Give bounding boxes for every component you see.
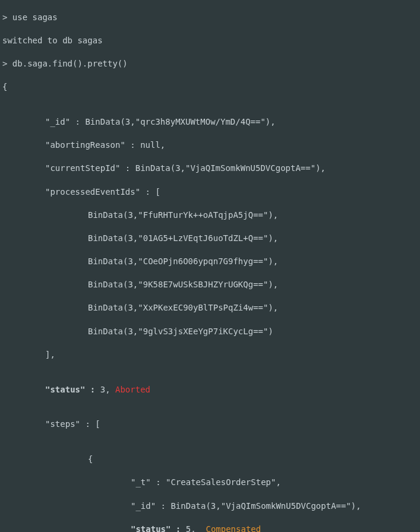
step-open: { (2, 454, 418, 466)
processed-close: ], (2, 349, 418, 361)
event-id: BinData(3,"9glvS3jsXEeYgP7iKCycLg==") (2, 326, 418, 338)
msg-switched: switched to db sagas (2, 35, 418, 47)
field-status: "status" : 3, Aborted (2, 384, 418, 396)
field-processed-open: "processedEventIds" : [ (2, 186, 418, 198)
open-brace: { (2, 81, 418, 93)
status-sep: , (105, 385, 115, 394)
event-id: BinData(3,"01AG5+LzVEqtJ6uoTdZL+Q=="), (2, 233, 418, 245)
status-annotation-compensated: Compensated (206, 524, 261, 532)
status-key: "status" : (131, 524, 186, 532)
field-aborting-reason: "abortingReason" : null, (2, 140, 418, 151)
event-id: BinData(3,"FfuRHTurYk++oATqjpA5jQ=="), (2, 210, 418, 221)
status-value: 3 (100, 385, 105, 394)
steps-open: "steps" : [ (2, 419, 418, 430)
field-current-step-id: "currentStepId" : BinData(3,"VjaQImSomkW… (2, 163, 418, 175)
event-id: BinData(3,"XxPKexEC90yBlTPsPqZi4w=="), (2, 302, 418, 314)
event-id: BinData(3,"9K58E7wUSkSBJHZYrUGKQg=="), (2, 279, 418, 291)
cmd-find: > db.saga.find().pretty() (2, 58, 418, 70)
terminal-output: > use sagas switched to db sagas > db.sa… (0, 0, 420, 532)
event-id: BinData(3,"COeOPjn6O06ypqn7G9fhyg=="), (2, 256, 418, 268)
status-sep: , (191, 524, 206, 532)
step0-id: "_id" : BinData(3,"VjaQImSomkWnU5DVCgopt… (2, 501, 418, 512)
status-key: "status" : (45, 385, 100, 394)
field-id: "_id" : BinData(3,"qrc3h8yMXUWtMOw/YmD/4… (2, 116, 418, 128)
status-value: 5 (186, 524, 191, 532)
cmd-use: > use sagas (2, 12, 418, 24)
status-annotation-aborted: Aborted (115, 385, 150, 394)
step0-type: "_t" : "CreateSalesOrderStep", (2, 477, 418, 489)
step0-status: "status" : 5, Compensated (2, 524, 418, 532)
